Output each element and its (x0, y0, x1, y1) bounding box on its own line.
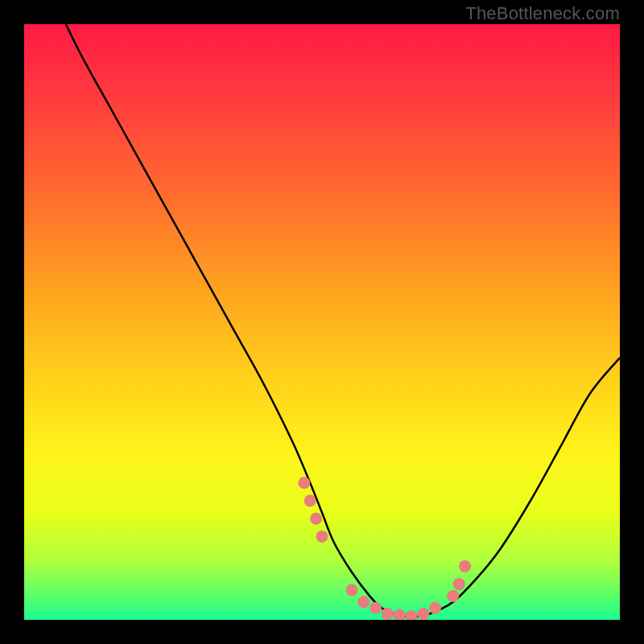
scatter-dot (453, 578, 465, 590)
scatter-dots (298, 477, 471, 620)
scatter-dot (304, 495, 316, 507)
scatter-dot (310, 513, 322, 525)
scatter-dot (357, 596, 369, 608)
scatter-dot (316, 530, 328, 543)
scatter-dot (417, 608, 429, 620)
scatter-dot (429, 602, 441, 614)
scatter-dot (369, 602, 382, 614)
bottleneck-curve (66, 24, 620, 617)
scatter-dot (346, 584, 358, 597)
scatter-dot (382, 608, 394, 620)
scatter-dot (459, 560, 471, 572)
scatter-dot (447, 590, 459, 602)
watermark-text: TheBottleneck.com (465, 3, 620, 24)
chart-plot-area (24, 24, 620, 620)
scatter-dot (298, 477, 310, 489)
scatter-dot (394, 609, 406, 620)
scatter-dot (406, 610, 418, 620)
chart-curve-layer (24, 24, 620, 620)
